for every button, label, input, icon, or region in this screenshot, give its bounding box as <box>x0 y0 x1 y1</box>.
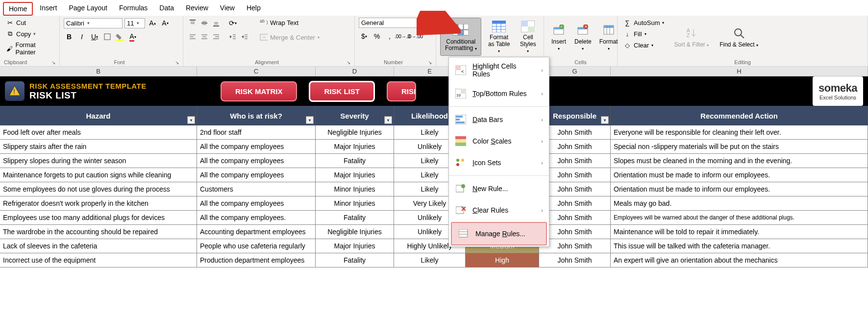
format-painter-button[interactable]: 🖌 Format Painter <box>4 40 55 57</box>
number-format-combo[interactable]: General ▾ <box>359 18 433 28</box>
cell-who[interactable]: All the company employees <box>197 196 316 210</box>
cell-action[interactable]: This issue will be talked with the cafet… <box>611 239 868 253</box>
cell-severity[interactable]: Fatality <box>316 253 394 267</box>
cell-action[interactable]: Special non -slippery materials will be … <box>611 140 868 153</box>
cf-new-rule[interactable]: New Rule... <box>449 178 549 199</box>
cf-manage-rules[interactable]: Manage Rules... <box>451 222 547 245</box>
cell-responsible[interactable]: John Smith <box>539 253 611 267</box>
underline-button[interactable]: U▾ <box>89 31 100 42</box>
fill-button[interactable]: ↓Fill▾ <box>621 29 666 39</box>
table-row[interactable]: Food left over after meals2nd floor staf… <box>0 125 868 140</box>
align-left-button[interactable] <box>187 31 198 42</box>
increase-indent-button[interactable] <box>239 31 250 42</box>
align-middle-button[interactable] <box>199 18 210 28</box>
cell-responsible[interactable]: John Smith <box>539 154 611 168</box>
cell-hazard[interactable]: Incorrect use of the equipment <box>0 253 197 267</box>
decrease-decimal-button[interactable]: .0→.00 <box>410 31 421 42</box>
filter-button[interactable]: ▾ <box>187 116 195 124</box>
col-header-g[interactable]: G <box>539 67 611 76</box>
increase-decimal-button[interactable]: .00→.0 <box>397 31 408 42</box>
align-bottom-button[interactable] <box>211 18 222 28</box>
cell-hazard[interactable]: Food left over after meals <box>0 125 197 139</box>
risk-list-button[interactable]: RISK LIST <box>309 81 375 102</box>
filter-button[interactable]: ▾ <box>601 116 609 124</box>
cell-responsible[interactable]: John Smith <box>539 125 611 139</box>
tab-home[interactable]: Home <box>3 2 33 16</box>
cell-who[interactable]: 2nd floor staff <box>197 125 316 139</box>
font-name-combo[interactable]: Calibri ▾ <box>64 18 123 28</box>
sort-filter-button[interactable]: AZ Sort & Filter ▾ <box>671 18 712 56</box>
fill-color-button[interactable] <box>115 31 125 42</box>
align-center-button[interactable] <box>199 31 210 42</box>
cell-severity[interactable]: Major Injuries <box>316 239 394 253</box>
cell-severity[interactable]: Major Injuries <box>316 140 394 153</box>
copy-button[interactable]: ⧉ Copy ▾ <box>4 29 55 39</box>
col-header-c[interactable]: C <box>197 67 316 76</box>
tab-formulas[interactable]: Formulas <box>114 2 152 16</box>
cell-hazard[interactable]: Maintenance forgets to put caution signs… <box>0 168 197 182</box>
cell-risk[interactable]: High <box>466 253 539 267</box>
cell-hazard[interactable]: Refrigerator doesn't work properly in th… <box>0 196 197 210</box>
cell-responsible[interactable]: John Smith <box>539 211 611 224</box>
table-row[interactable]: Employees use too many additional plugs … <box>0 211 868 225</box>
cut-button[interactable]: ✂ Cut <box>4 18 55 27</box>
cell-severity[interactable]: Major Injuries <box>316 168 394 182</box>
cell-styles-button[interactable]: Cell Styles ▾ <box>517 18 540 56</box>
cf-data-bars[interactable]: Data Bars › <box>449 109 549 130</box>
cf-color-scales[interactable]: Color Scales › <box>449 130 549 152</box>
cell-hazard[interactable]: Some employees do not use gloves during … <box>0 182 197 196</box>
font-color-button[interactable]: A▾ <box>127 31 138 42</box>
table-row[interactable]: Refrigerator doesn't work properly in th… <box>0 196 868 211</box>
cell-responsible[interactable]: John Smith <box>539 196 611 210</box>
col-header-d[interactable]: D <box>316 67 394 76</box>
merge-center-button[interactable]: Merge & Center ▾ <box>258 32 322 42</box>
cell-who[interactable]: All the company employees <box>197 154 316 168</box>
decrease-indent-button[interactable] <box>227 31 238 42</box>
cell-action[interactable]: Meals may go bad. <box>611 196 868 210</box>
font-size-combo[interactable]: 11 ▾ <box>124 18 145 28</box>
dialog-launcher-icon[interactable]: ↘ <box>175 60 179 65</box>
find-select-button[interactable]: Find & Select ▾ <box>717 18 761 56</box>
orientation-button[interactable]: ⟳▾ <box>227 18 238 28</box>
cell-responsible[interactable]: John Smith <box>539 225 611 239</box>
conditional-formatting-button[interactable]: Conditional Formatting ▾ <box>440 18 481 56</box>
cell-who[interactable]: All the company employees <box>197 168 316 182</box>
tab-data[interactable]: Data <box>154 2 179 16</box>
cell-hazard[interactable]: Slippery stairs after the rain <box>0 140 197 153</box>
cell-responsible[interactable]: John Smith <box>539 239 611 253</box>
wrap-text-button[interactable]: ab Wrap Text <box>258 18 322 27</box>
cell-severity[interactable]: Minor Injuries <box>316 182 394 196</box>
align-top-button[interactable] <box>187 18 198 28</box>
cell-who[interactable]: Customers <box>197 182 316 196</box>
cell-hazard[interactable]: Slippery slopes during the winter season <box>0 154 197 168</box>
tab-view[interactable]: View <box>215 2 240 16</box>
cell-action[interactable]: Slopes must be cleaned in the morning an… <box>611 154 868 168</box>
table-row[interactable]: Slippery slopes during the winter season… <box>0 154 868 168</box>
dialog-launcher-icon[interactable]: ↘ <box>347 60 350 65</box>
cell-responsible[interactable]: John Smith <box>539 168 611 182</box>
cf-top-bottom-rules[interactable]: 10 Top/Bottom Rules › <box>449 83 549 104</box>
tab-page-layout[interactable]: Page Layout <box>64 2 112 16</box>
bold-button[interactable]: B <box>64 31 74 42</box>
accounting-format-button[interactable]: $▾ <box>359 31 370 42</box>
borders-button[interactable] <box>102 31 113 42</box>
tab-insert[interactable]: Insert <box>35 2 62 16</box>
cell-action[interactable]: Orientation must be made to inform our e… <box>611 182 868 196</box>
align-right-button[interactable] <box>211 31 222 42</box>
increase-font-button[interactable]: A▴ <box>147 18 158 28</box>
format-as-table-button[interactable]: Format as Table ▾ <box>483 18 514 56</box>
italic-button[interactable]: I <box>76 31 87 42</box>
autosum-button[interactable]: ∑AutoSum▾ <box>621 18 666 27</box>
percent-button[interactable]: % <box>372 31 382 42</box>
dialog-launcher-icon[interactable]: ↘ <box>428 60 432 65</box>
risk-third-button[interactable]: RISK <box>387 81 416 101</box>
cell-responsible[interactable]: John Smith <box>539 140 611 153</box>
col-header-h[interactable]: H <box>611 67 868 76</box>
table-row[interactable]: Incorrect use of the equipmentProduction… <box>0 253 868 268</box>
cell-severity[interactable]: Negligible Injuries <box>316 125 394 139</box>
tab-review[interactable]: Review <box>181 2 213 16</box>
col-header-b[interactable]: B <box>0 67 197 76</box>
table-row[interactable]: Maintenance forgets to put caution signs… <box>0 168 868 182</box>
table-row[interactable]: Some employees do not use gloves during … <box>0 182 868 196</box>
risk-matrix-button[interactable]: RISK MATRIX <box>221 81 297 101</box>
